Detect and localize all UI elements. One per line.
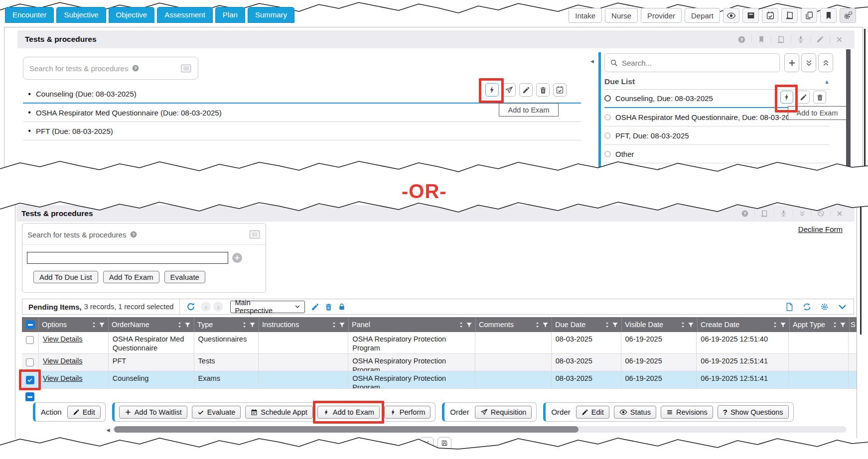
table-row[interactable]: View Details OSHA Respirator Med Questio… <box>22 332 857 354</box>
page-prev-icon[interactable]: ‹ <box>201 302 211 312</box>
expand-all-icon[interactable] <box>801 53 816 72</box>
lock-icon[interactable] <box>338 303 346 311</box>
close-icon[interactable] <box>830 210 849 217</box>
col-appt-type[interactable]: Appt Type <box>790 317 850 332</box>
scrollbar-thumb[interactable] <box>114 426 579 433</box>
slash-circle-icon[interactable] <box>811 210 830 217</box>
save-disk-icon[interactable] <box>437 437 451 449</box>
list-icon[interactable] <box>180 63 192 74</box>
pencil-icon[interactable] <box>311 303 319 311</box>
list-item[interactable]: •PFT (Due: 08-03-2025) <box>23 122 581 140</box>
depart-button[interactable]: Depart <box>685 8 720 23</box>
pencil-icon[interactable] <box>810 35 830 43</box>
expand-more-icon[interactable] <box>420 437 434 449</box>
radio-icon[interactable] <box>604 132 611 139</box>
question-icon[interactable] <box>735 210 754 218</box>
tab-plan[interactable]: Plan <box>215 7 245 23</box>
nurse-button[interactable]: Nurse <box>605 8 638 23</box>
edit-pencil-button[interactable] <box>797 91 810 104</box>
due-list-section-header[interactable]: Due List ▲ <box>604 74 830 90</box>
edit-button[interactable]: Edit <box>67 406 101 419</box>
decline-form-link[interactable]: Decline Form <box>798 225 843 233</box>
bookmark-icon[interactable] <box>820 8 837 23</box>
microphone-icon[interactable] <box>791 35 810 43</box>
row-checkbox[interactable] <box>26 336 34 344</box>
scroll-left-arrow[interactable]: ◄ <box>105 427 111 434</box>
provider-button[interactable]: Provider <box>641 8 682 23</box>
close-icon[interactable] <box>830 36 849 43</box>
delete-trash-button[interactable] <box>813 91 826 104</box>
col-comments[interactable]: Comments <box>476 317 552 332</box>
col-options[interactable]: Options <box>39 317 109 332</box>
trash-icon[interactable] <box>324 303 333 311</box>
add-plus-button[interactable] <box>784 53 799 72</box>
refresh-icon[interactable] <box>186 302 196 312</box>
revisions-button[interactable]: Revisions <box>661 406 713 419</box>
col-type[interactable]: Type <box>194 317 259 332</box>
requisition-button[interactable]: Requisition <box>475 406 532 419</box>
add-to-exam-bolt-button[interactable] <box>485 83 499 97</box>
horizontal-scrollbar[interactable] <box>113 426 847 433</box>
tab-objective[interactable]: Objective <box>109 7 155 23</box>
col-create-date[interactable]: Create Date <box>698 317 790 332</box>
intake-button[interactable]: Intake <box>569 8 602 23</box>
col-instructions[interactable]: Instructions <box>259 317 349 332</box>
delete-trash-button[interactable] <box>536 83 550 97</box>
tests-procedures-section-header[interactable]: Tests & Procedures ▲ <box>604 163 830 180</box>
book-icon[interactable] <box>771 35 791 44</box>
gear-icon[interactable] <box>820 302 829 312</box>
list-item[interactable]: PFT, Due: 08-03-2025 <box>604 126 830 145</box>
col-panel[interactable]: Panel <box>349 317 476 332</box>
col-clipped[interactable]: S <box>850 317 857 332</box>
book-icon[interactable] <box>781 8 798 23</box>
calendar-check-icon[interactable] <box>762 8 778 23</box>
list-item[interactable]: •OSHA Respirator Med Questionnaire (Due:… <box>23 104 581 122</box>
tests-search-box[interactable]: Search for tests & procedures <box>23 57 198 80</box>
list-item[interactable]: Other <box>604 145 830 163</box>
panel-divider-bar[interactable] <box>598 52 601 169</box>
book-icon[interactable] <box>754 210 774 218</box>
schedule-appt-button[interactable]: Schedule Appt <box>245 406 313 419</box>
table-row-selected[interactable]: View Details Counseling Exams OSHA Respi… <box>22 371 857 389</box>
perspective-select[interactable]: Main Perspective <box>230 301 305 313</box>
double-chevron-down-icon[interactable] <box>793 210 811 217</box>
chevron-down-icon[interactable] <box>837 302 848 312</box>
radio-icon[interactable] <box>604 114 611 120</box>
add-to-exam-button[interactable]: Add To Exam <box>103 271 159 283</box>
collapse-caret-icon[interactable]: ▲ <box>824 168 830 174</box>
select-all-checkbox[interactable] <box>26 320 35 329</box>
evaluate-button[interactable]: Evaluate <box>164 271 205 283</box>
document-icon[interactable] <box>785 302 794 312</box>
select-all-footer-checkbox[interactable] <box>25 392 34 401</box>
tests-search-input[interactable] <box>27 252 228 264</box>
edit-button[interactable]: Edit <box>576 406 609 419</box>
bookmark-icon[interactable] <box>751 35 771 43</box>
page-next-icon[interactable]: › <box>213 302 223 312</box>
tab-summary[interactable]: Summary <box>248 7 294 23</box>
add-to-due-list-button[interactable]: Add To Due List <box>33 271 98 283</box>
row-checkbox-checked[interactable] <box>26 376 34 384</box>
microphone-icon[interactable] <box>774 210 793 217</box>
collapse-caret-icon[interactable]: ▲ <box>824 79 830 85</box>
add-to-exam-button[interactable]: Add to Exam <box>317 406 380 419</box>
radio-icon[interactable] <box>604 151 611 157</box>
due-search-input[interactable] <box>622 59 746 67</box>
view-details-link[interactable]: View Details <box>43 335 83 343</box>
sync-icon[interactable] <box>802 302 812 312</box>
requisition-plane-button[interactable] <box>502 83 516 97</box>
collapse-left-icon[interactable]: ◄ <box>589 58 595 64</box>
row-checkbox[interactable] <box>26 358 34 366</box>
add-to-exam-bolt-button[interactable] <box>780 91 793 104</box>
evaluate-button[interactable]: Evaluate <box>192 406 241 419</box>
table-row[interactable]: View Details PFT Tests OSHA Respiratory … <box>22 354 857 371</box>
list-icon[interactable] <box>249 229 261 240</box>
schedule-calendar-button[interactable] <box>553 83 567 97</box>
status-button[interactable]: Status <box>614 406 656 419</box>
settings-gears-icon[interactable] <box>840 8 856 23</box>
tab-subjective[interactable]: Subjective <box>56 7 106 23</box>
due-search-box[interactable] <box>604 53 780 72</box>
show-questions-button[interactable]: ?Show Questions <box>718 405 789 419</box>
col-ordername[interactable]: OrderName <box>109 317 194 332</box>
edit-pencil-button[interactable] <box>519 83 533 97</box>
view-details-link[interactable]: View Details <box>43 357 83 365</box>
